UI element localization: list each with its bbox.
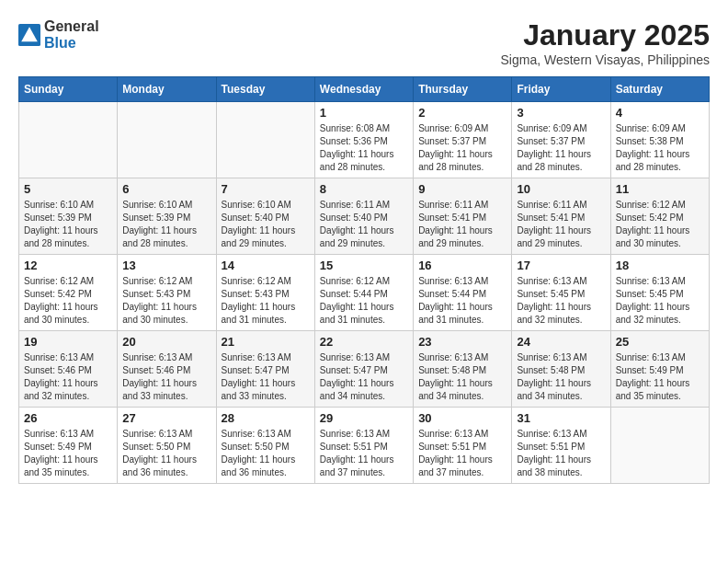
day-info: Sunrise: 6:12 AM Sunset: 5:42 PM Dayligh…: [616, 199, 704, 250]
month-title: January 2025: [501, 18, 710, 52]
day-info: Sunrise: 6:13 AM Sunset: 5:48 PM Dayligh…: [517, 351, 605, 403]
day-number: 5: [24, 182, 112, 196]
logo-blue: Blue: [44, 35, 76, 51]
title-block: January 2025 Sigma, Western Visayas, Phi…: [501, 18, 710, 67]
calendar-day-cell: 8Sunrise: 6:11 AM Sunset: 5:40 PM Daylig…: [314, 178, 413, 255]
calendar-day-cell: [216, 102, 314, 178]
day-info: Sunrise: 6:13 AM Sunset: 5:51 PM Dayligh…: [418, 428, 506, 479]
calendar-day-cell: 30Sunrise: 6:13 AM Sunset: 5:51 PM Dayli…: [414, 408, 512, 484]
day-number: 27: [122, 411, 210, 425]
day-info: Sunrise: 6:11 AM Sunset: 5:41 PM Dayligh…: [418, 199, 506, 250]
day-info: Sunrise: 6:12 AM Sunset: 5:44 PM Dayligh…: [320, 275, 408, 327]
calendar-day-cell: [19, 102, 118, 178]
day-number: 26: [24, 411, 112, 425]
weekday-header: Friday: [512, 77, 610, 102]
day-info: Sunrise: 6:13 AM Sunset: 5:47 PM Dayligh…: [222, 351, 310, 403]
day-info: Sunrise: 6:13 AM Sunset: 5:51 PM Dayligh…: [320, 428, 408, 479]
calendar-day-cell: [118, 102, 216, 178]
calendar-day-cell: 20Sunrise: 6:13 AM Sunset: 5:46 PM Dayli…: [118, 331, 216, 408]
weekday-header: Thursday: [414, 77, 512, 102]
calendar-day-cell: 14Sunrise: 6:12 AM Sunset: 5:43 PM Dayli…: [216, 255, 314, 331]
day-info: Sunrise: 6:13 AM Sunset: 5:44 PM Dayligh…: [418, 275, 506, 327]
logo: General Blue: [18, 18, 99, 52]
day-number: 7: [222, 182, 310, 196]
calendar-week-row: 12Sunrise: 6:12 AM Sunset: 5:42 PM Dayli…: [19, 255, 710, 331]
day-number: 16: [418, 259, 506, 272]
calendar-day-cell: [610, 408, 709, 484]
weekday-header-row: SundayMondayTuesdayWednesdayThursdayFrid…: [19, 77, 710, 102]
weekday-header: Wednesday: [314, 77, 413, 102]
day-info: Sunrise: 6:09 AM Sunset: 5:38 PM Dayligh…: [616, 122, 704, 174]
day-number: 13: [122, 259, 210, 272]
day-number: 20: [122, 335, 210, 349]
calendar-day-cell: 25Sunrise: 6:13 AM Sunset: 5:49 PM Dayli…: [610, 331, 709, 408]
day-info: Sunrise: 6:12 AM Sunset: 5:43 PM Dayligh…: [222, 275, 310, 327]
day-number: 11: [616, 182, 704, 196]
calendar-day-cell: 11Sunrise: 6:12 AM Sunset: 5:42 PM Dayli…: [610, 178, 709, 255]
logo-icon: [18, 24, 40, 46]
calendar-day-cell: 23Sunrise: 6:13 AM Sunset: 5:48 PM Dayli…: [414, 331, 512, 408]
calendar-day-cell: 18Sunrise: 6:13 AM Sunset: 5:45 PM Dayli…: [610, 255, 709, 331]
day-number: 23: [418, 335, 506, 349]
day-info: Sunrise: 6:13 AM Sunset: 5:49 PM Dayligh…: [616, 351, 704, 403]
calendar-day-cell: 26Sunrise: 6:13 AM Sunset: 5:49 PM Dayli…: [19, 408, 118, 484]
weekday-header: Tuesday: [216, 77, 314, 102]
day-number: 25: [616, 335, 704, 349]
calendar-day-cell: 15Sunrise: 6:12 AM Sunset: 5:44 PM Dayli…: [314, 255, 413, 331]
logo-general: General: [44, 18, 99, 34]
calendar-day-cell: 5Sunrise: 6:10 AM Sunset: 5:39 PM Daylig…: [19, 178, 118, 255]
calendar-week-row: 19Sunrise: 6:13 AM Sunset: 5:46 PM Dayli…: [19, 331, 710, 408]
day-number: 19: [24, 335, 112, 349]
day-number: 28: [222, 411, 310, 425]
calendar-week-row: 26Sunrise: 6:13 AM Sunset: 5:49 PM Dayli…: [19, 408, 710, 484]
day-number: 18: [616, 259, 704, 272]
day-number: 21: [222, 335, 310, 349]
calendar-day-cell: 27Sunrise: 6:13 AM Sunset: 5:50 PM Dayli…: [118, 408, 216, 484]
calendar-day-cell: 7Sunrise: 6:10 AM Sunset: 5:40 PM Daylig…: [216, 178, 314, 255]
calendar-day-cell: 6Sunrise: 6:10 AM Sunset: 5:39 PM Daylig…: [118, 178, 216, 255]
day-number: 17: [517, 259, 605, 272]
calendar-day-cell: 31Sunrise: 6:13 AM Sunset: 5:51 PM Dayli…: [512, 408, 610, 484]
weekday-header: Monday: [118, 77, 216, 102]
day-info: Sunrise: 6:13 AM Sunset: 5:45 PM Dayligh…: [616, 275, 704, 327]
day-info: Sunrise: 6:09 AM Sunset: 5:37 PM Dayligh…: [517, 122, 605, 174]
day-number: 2: [418, 106, 506, 120]
day-number: 1: [320, 106, 408, 120]
day-number: 4: [616, 106, 704, 120]
day-info: Sunrise: 6:13 AM Sunset: 5:45 PM Dayligh…: [517, 275, 605, 327]
day-number: 6: [122, 182, 210, 196]
day-info: Sunrise: 6:13 AM Sunset: 5:50 PM Dayligh…: [122, 428, 210, 479]
day-number: 15: [320, 259, 408, 272]
day-number: 14: [222, 259, 310, 272]
calendar-day-cell: 3Sunrise: 6:09 AM Sunset: 5:37 PM Daylig…: [512, 102, 610, 178]
calendar-day-cell: 29Sunrise: 6:13 AM Sunset: 5:51 PM Dayli…: [314, 408, 413, 484]
location-subtitle: Sigma, Western Visayas, Philippines: [501, 52, 710, 67]
day-number: 10: [517, 182, 605, 196]
day-info: Sunrise: 6:13 AM Sunset: 5:50 PM Dayligh…: [222, 428, 310, 479]
weekday-header: Sunday: [19, 77, 118, 102]
day-info: Sunrise: 6:13 AM Sunset: 5:47 PM Dayligh…: [320, 351, 408, 403]
day-info: Sunrise: 6:13 AM Sunset: 5:48 PM Dayligh…: [418, 351, 506, 403]
calendar-day-cell: 16Sunrise: 6:13 AM Sunset: 5:44 PM Dayli…: [414, 255, 512, 331]
calendar-week-row: 1Sunrise: 6:08 AM Sunset: 5:36 PM Daylig…: [19, 102, 710, 178]
day-info: Sunrise: 6:13 AM Sunset: 5:49 PM Dayligh…: [24, 428, 112, 479]
calendar-day-cell: 12Sunrise: 6:12 AM Sunset: 5:42 PM Dayli…: [19, 255, 118, 331]
calendar-day-cell: 19Sunrise: 6:13 AM Sunset: 5:46 PM Dayli…: [19, 331, 118, 408]
day-number: 24: [517, 335, 605, 349]
day-number: 22: [320, 335, 408, 349]
calendar-day-cell: 1Sunrise: 6:08 AM Sunset: 5:36 PM Daylig…: [314, 102, 413, 178]
calendar-day-cell: 28Sunrise: 6:13 AM Sunset: 5:50 PM Dayli…: [216, 408, 314, 484]
calendar-day-cell: 13Sunrise: 6:12 AM Sunset: 5:43 PM Dayli…: [118, 255, 216, 331]
calendar-day-cell: 22Sunrise: 6:13 AM Sunset: 5:47 PM Dayli…: [314, 331, 413, 408]
calendar-day-cell: 24Sunrise: 6:13 AM Sunset: 5:48 PM Dayli…: [512, 331, 610, 408]
calendar-day-cell: 2Sunrise: 6:09 AM Sunset: 5:37 PM Daylig…: [414, 102, 512, 178]
day-number: 31: [517, 411, 605, 425]
day-number: 8: [320, 182, 408, 196]
weekday-header: Saturday: [610, 77, 709, 102]
day-number: 30: [418, 411, 506, 425]
day-info: Sunrise: 6:12 AM Sunset: 5:42 PM Dayligh…: [24, 275, 112, 327]
calendar-day-cell: 4Sunrise: 6:09 AM Sunset: 5:38 PM Daylig…: [610, 102, 709, 178]
calendar-day-cell: 10Sunrise: 6:11 AM Sunset: 5:41 PM Dayli…: [512, 178, 610, 255]
day-info: Sunrise: 6:10 AM Sunset: 5:39 PM Dayligh…: [122, 199, 210, 250]
day-number: 9: [418, 182, 506, 196]
